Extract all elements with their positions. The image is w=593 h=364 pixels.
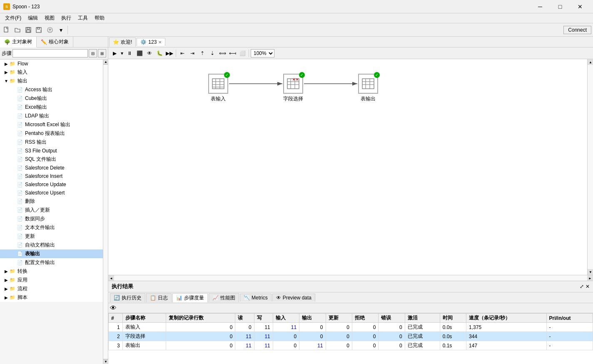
dropdown-button[interactable]: ▾ xyxy=(56,25,66,35)
new-file-button[interactable] xyxy=(2,25,12,35)
tree-item-flow2[interactable]: ▶📁流程 xyxy=(0,284,103,293)
align-top-button[interactable]: ⇡ xyxy=(198,49,207,58)
distribute-h-button[interactable]: ⟺ xyxy=(218,49,227,58)
canvas-scroll-down-button[interactable]: ▼ xyxy=(588,269,593,275)
results-tab-3[interactable]: 📈性能图 xyxy=(209,293,239,302)
tab-123[interactable]: ⚙️ 123 ✕ xyxy=(137,38,165,46)
canvas-scroll-up-button[interactable]: ▲ xyxy=(588,59,593,65)
search-input[interactable] xyxy=(12,49,88,57)
tree-item-pentaho-out[interactable]: 📄Pentaho 报表输出 xyxy=(0,129,103,138)
tree-arrow-script[interactable]: ▶ xyxy=(3,295,9,300)
table-row[interactable]: 1表输入0011110000已完成0.0s1,375- xyxy=(109,323,593,332)
tree-item-cube-out[interactable]: 📄Cube输出 xyxy=(0,94,103,103)
menu-file[interactable]: 文件(F) xyxy=(2,14,25,22)
tree-item-s3-out[interactable]: 📄S3 File Output xyxy=(0,147,103,155)
results-tab-5[interactable]: 👁Preview data xyxy=(272,294,315,302)
tab-main-tree[interactable]: 🌳 主对象树 xyxy=(0,37,37,47)
tree-item-input[interactable]: ▶📁输入 xyxy=(0,68,103,77)
col-header: 拒绝 xyxy=(352,314,378,323)
results-tab-2[interactable]: 📊步骤度量 xyxy=(172,293,208,302)
tree-item-auto-doc-out[interactable]: 📄自动文档输出 xyxy=(0,241,103,249)
canvas-scroll-left-button[interactable]: ◄ xyxy=(108,275,114,281)
tree-item-access-out[interactable]: 📄Access 输出 xyxy=(0,85,103,94)
menu-tools[interactable]: 工具 xyxy=(75,14,91,22)
save-as-button[interactable]: + xyxy=(34,25,44,35)
table-cell: 0 xyxy=(379,323,405,332)
tree-item-config-file-out[interactable]: 📄配置文件输出 xyxy=(0,258,103,267)
tree-item-sf-upsert[interactable]: 📄Salesforce Upsert xyxy=(0,189,103,197)
stop-button[interactable]: ⬛ xyxy=(135,49,144,58)
results-tab-4[interactable]: 📉Metrics xyxy=(240,294,272,302)
preview-button[interactable]: 👁 xyxy=(145,49,154,58)
menu-view[interactable]: 视图 xyxy=(41,14,58,22)
menu-run[interactable]: 执行 xyxy=(58,14,75,22)
debug-button[interactable]: 🐛 xyxy=(155,49,164,58)
tree-item-output[interactable]: ▼📁输出 xyxy=(0,77,103,85)
workflow-node-table-out-node[interactable]: ✓ 表输出 xyxy=(358,74,378,102)
maximize-button[interactable]: □ xyxy=(551,0,570,13)
tree-item-table-out[interactable]: 📄表输出 xyxy=(0,249,103,258)
pause-button[interactable]: ⏸ xyxy=(125,49,134,58)
play-button[interactable]: ▶ xyxy=(110,49,119,58)
tree-arrow-input[interactable]: ▶ xyxy=(3,70,9,75)
tree-item-ldap-out[interactable]: 📄LDAP 输出 xyxy=(0,112,103,120)
close-button[interactable]: ✕ xyxy=(571,0,590,13)
workflow-node-field-select[interactable]: ✕ ✕ ✓ 字段选择 xyxy=(283,74,303,102)
minimize-button[interactable]: ─ xyxy=(531,0,550,13)
table-row[interactable]: 3表输出01111011000已完成0.1s147- xyxy=(109,341,593,350)
tree-item-sf-update[interactable]: 📄Salesforce Update xyxy=(0,180,103,189)
tree-item-text-file-out[interactable]: 📄文本文件输出 xyxy=(0,223,103,232)
results-close-button[interactable]: ✕ xyxy=(586,284,590,289)
tree-item-update[interactable]: 📄更新 xyxy=(0,232,103,241)
tab-123-close[interactable]: ✕ xyxy=(158,40,162,45)
align-left-button[interactable]: ⇤ xyxy=(178,49,187,58)
table-row[interactable]: 2字段选择0111100000已完成0.0s344- xyxy=(109,332,593,341)
tab-core-objects[interactable]: ✏️ 核心对象 xyxy=(37,37,73,47)
results-tab-0[interactable]: 🔄执行历史 xyxy=(110,293,145,302)
search-expand-button[interactable]: ⊞ xyxy=(98,49,106,57)
tab-welcome[interactable]: ⭐ 欢迎! xyxy=(109,37,136,47)
tree-arrow-flow2[interactable]: ▶ xyxy=(3,287,9,291)
tree-item-excel-out[interactable]: 📄Excel输出 xyxy=(0,103,103,112)
play-dropdown[interactable]: ▾ xyxy=(120,49,124,58)
step-button[interactable]: ▶▶ xyxy=(165,49,174,58)
tree-item-flow[interactable]: ▶📁Flow xyxy=(0,60,103,68)
connect-button[interactable]: Connect xyxy=(563,26,591,34)
export-button[interactable] xyxy=(45,25,55,35)
scroll-up-button[interactable]: ▲ xyxy=(103,60,108,65)
results-toolbar: 👁 xyxy=(108,303,593,313)
tree-item-sql-out[interactable]: 📄SQL 文件输出 xyxy=(0,155,103,164)
tree-item-script[interactable]: ▶📁脚本 xyxy=(0,293,103,302)
tree-item-transform[interactable]: ▶📁转换 xyxy=(0,267,103,276)
tree-arrow-apply[interactable]: ▶ xyxy=(3,278,9,282)
tree-item-data-sync[interactable]: 📄数据同步 xyxy=(0,214,103,223)
tree-item-sf-delete[interactable]: 📄Salesforce Delete xyxy=(0,164,103,172)
open-file-button[interactable] xyxy=(12,25,22,35)
canvas-area[interactable]: ✓ 表输入 ✕ ✕ ✓ 字段选择 ✓ 表输出 xyxy=(108,59,587,275)
tab-123-icon: ⚙️ xyxy=(140,39,147,45)
canvas-scroll-right-button[interactable]: ► xyxy=(587,275,593,281)
search-collapse-button[interactable]: ⊟ xyxy=(89,49,97,57)
save-file-button[interactable] xyxy=(23,25,33,35)
results-header: 执行结果 ⤢ ✕ xyxy=(108,281,593,292)
tree-arrow-flow[interactable]: ▶ xyxy=(3,62,9,66)
tree-item-insert-update[interactable]: 📄插入／更新 xyxy=(0,206,103,214)
tree-item-delete[interactable]: 📄删除 xyxy=(0,197,103,206)
distribute-v-button[interactable]: ⟻ xyxy=(228,49,237,58)
scroll-down-button[interactable]: ▼ xyxy=(103,359,108,364)
align-bottom-button[interactable]: ⇣ xyxy=(208,49,217,58)
menu-edit[interactable]: 编辑 xyxy=(25,14,41,22)
workflow-node-table-in[interactable]: ✓ 表输入 xyxy=(208,74,228,102)
results-tab-1[interactable]: 📋日志 xyxy=(146,293,172,302)
tree-arrow-output[interactable]: ▼ xyxy=(3,79,9,83)
tree-item-rss-out[interactable]: 📄RSS 输出 xyxy=(0,138,103,147)
tree-item-sf-insert[interactable]: 📄Salesforce Insert xyxy=(0,172,103,180)
tree-item-apply[interactable]: ▶📁应用 xyxy=(0,276,103,284)
align-right-button[interactable]: ⇥ xyxy=(188,49,197,58)
tree-arrow-transform[interactable]: ▶ xyxy=(3,269,9,274)
results-expand-button[interactable]: ⤢ xyxy=(580,284,584,289)
zoom-select[interactable]: 50%75%100%125%150%200% xyxy=(251,49,274,57)
menu-help[interactable]: 帮助 xyxy=(91,14,108,22)
tree-item-msexcel-out[interactable]: 📄Microsoft Excel 输出 xyxy=(0,120,103,129)
maximize-canvas-button[interactable]: ⬜ xyxy=(238,49,247,58)
